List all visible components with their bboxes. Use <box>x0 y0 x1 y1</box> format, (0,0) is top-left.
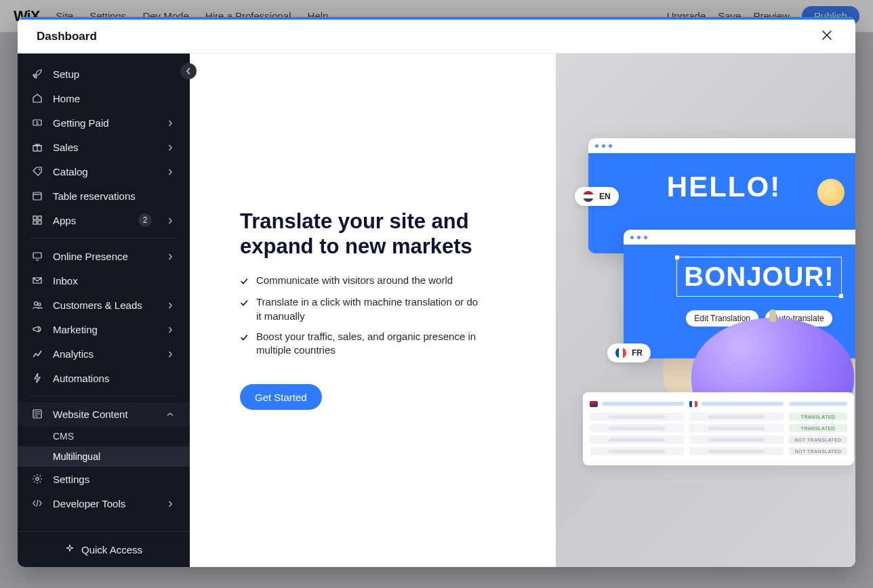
sidebar-item-label: Sales <box>53 142 157 153</box>
close-button[interactable] <box>817 27 836 46</box>
sidebar-item-settings[interactable]: Settings <box>18 467 190 491</box>
check-icon <box>240 297 248 310</box>
sidebar-item-label: Home <box>53 93 176 104</box>
rocket-icon <box>31 68 43 80</box>
sidebar-item-label: Settings <box>53 474 176 485</box>
sidebar-item-developer-tools[interactable]: Developer Tools <box>18 491 190 516</box>
lang-code: FR <box>632 348 643 358</box>
home-icon <box>31 92 43 104</box>
flag-us-icon <box>583 191 594 202</box>
chevron-right-icon <box>167 251 176 262</box>
chevron-left-icon <box>185 65 192 77</box>
svg-point-13 <box>36 478 39 480</box>
chevron-right-icon <box>167 117 176 129</box>
chevron-right-icon <box>167 142 176 153</box>
sidebar-item-label: Apps <box>53 215 129 226</box>
chevron-right-icon <box>167 348 176 360</box>
collapse-sidebar-button[interactable] <box>180 63 197 79</box>
chevron-up-icon <box>167 408 176 420</box>
sidebar-item-setup[interactable]: Setup <box>18 62 190 86</box>
lang-code: EN <box>599 192 611 201</box>
money-icon: $ <box>31 117 43 129</box>
inbox-icon <box>31 274 43 287</box>
sidebar-subitem-cms[interactable]: CMS <box>18 426 190 446</box>
get-started-button[interactable]: Get Started <box>240 384 322 410</box>
sidebar-item-online-presence[interactable]: Online Presence <box>18 244 190 268</box>
hello-text: HELLO! <box>588 153 855 226</box>
sidebar-item-customers[interactable]: Customers & Leads <box>18 293 190 317</box>
sidebar-item-automations[interactable]: Automations <box>18 366 190 390</box>
svg-rect-7 <box>33 221 37 224</box>
quick-access-button[interactable]: Quick Access <box>18 532 190 567</box>
svg-rect-9 <box>33 253 41 258</box>
sidebar-item-getting-paid[interactable]: $ Getting Paid <box>18 110 190 135</box>
sidebar-item-label: Marketing <box>53 324 157 335</box>
sidebar-item-label: Website Content <box>53 408 157 420</box>
dashboard-modal: Dashboard Setup Home <box>18 17 855 567</box>
bullet-text: Communicate with visitors around the wor… <box>256 274 453 287</box>
apps-icon <box>31 214 43 226</box>
modal-header: Dashboard <box>18 20 855 54</box>
sidebar-item-catalog[interactable]: Catalog <box>18 159 190 184</box>
megaphone-icon <box>31 323 43 335</box>
sidebar-item-label: Table reservations <box>53 190 176 202</box>
sidebar-item-label: Developer Tools <box>53 498 157 509</box>
sidebar-item-label: Getting Paid <box>53 117 157 129</box>
sidebar-item-label: Online Presence <box>53 251 157 262</box>
flag-fr-icon <box>689 401 697 407</box>
chevron-right-icon <box>167 299 176 311</box>
sidebar-item-label: Setup <box>53 68 176 80</box>
sidebar: Setup Home $ Getting Paid Sales <box>18 54 190 567</box>
apps-badge: 2 <box>138 213 152 227</box>
users-icon <box>31 299 43 311</box>
sidebar-item-marketing[interactable]: Marketing <box>18 317 190 341</box>
svg-rect-8 <box>38 221 41 224</box>
code-icon <box>31 497 43 509</box>
cta-label: Get Started <box>255 392 307 403</box>
decor-orb <box>817 179 845 206</box>
promo-translation-table: TRANSLATED TRANSLATED NOT TRANSLATED NOT… <box>583 392 854 465</box>
sidebar-item-table-reservations[interactable]: Table reservations <box>18 184 190 208</box>
svg-point-10 <box>35 302 38 306</box>
status-tag: NOT TRANSLATED <box>789 436 847 444</box>
page-heading: Translate your site and expand to new ma… <box>240 209 518 259</box>
sidebar-item-analytics[interactable]: Analytics <box>18 341 190 366</box>
gear-icon <box>31 473 43 485</box>
sidebar-item-label: Analytics <box>53 348 157 360</box>
chevron-right-icon <box>167 166 176 177</box>
content-left: Translate your site and expand to new ma… <box>190 54 556 567</box>
sidebar-item-label: Inbox <box>53 275 176 287</box>
status-tag: TRANSLATED <box>789 424 847 432</box>
chart-icon <box>31 348 43 360</box>
gift-icon <box>31 141 43 153</box>
quick-access-label: Quick Access <box>81 544 142 555</box>
sidebar-item-home[interactable]: Home <box>18 86 190 110</box>
status-tag: TRANSLATED <box>789 413 847 421</box>
svg-point-11 <box>38 303 41 306</box>
menu-icon: ☰ <box>843 140 853 152</box>
sidebar-item-label: Customers & Leads <box>53 299 157 311</box>
svg-text:$: $ <box>36 121 39 125</box>
bullet-item: Translate in a click with machine transl… <box>240 295 484 323</box>
main-content: Translate your site and expand to new ma… <box>190 54 855 567</box>
sidebar-subitem-multilingual[interactable]: Multilingual <box>18 446 190 467</box>
bullet-text: Boost your traffic, sales, and organic p… <box>256 330 484 358</box>
lang-chip-en: EN <box>575 187 619 206</box>
sidebar-item-inbox[interactable]: Inbox <box>18 268 190 293</box>
chevron-right-icon <box>167 324 176 335</box>
bonjour-text: BONJOUR! <box>676 257 841 297</box>
check-icon <box>240 275 248 289</box>
bullet-item: Communicate with visitors around the wor… <box>240 274 484 289</box>
svg-point-3 <box>39 169 40 170</box>
status-tag: NOT TRANSLATED <box>789 447 847 455</box>
sidebar-item-website-content[interactable]: Website Content <box>18 402 190 426</box>
sidebar-item-apps[interactable]: Apps 2 <box>18 208 190 232</box>
close-icon <box>822 30 832 43</box>
check-icon <box>240 331 248 345</box>
calendar-icon <box>31 190 43 202</box>
feature-bullets: Communicate with visitors around the wor… <box>240 274 518 364</box>
chevron-right-icon <box>167 498 176 509</box>
flag-fr-icon <box>615 348 626 358</box>
sidebar-item-sales[interactable]: Sales <box>18 135 190 159</box>
bolt-icon <box>31 372 43 384</box>
